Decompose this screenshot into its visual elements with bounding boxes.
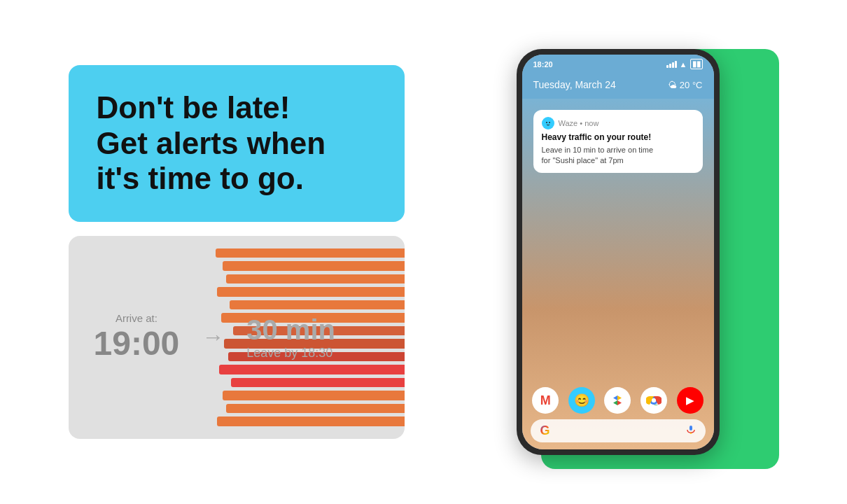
stripe-13: [226, 404, 405, 414]
travel-card: Arrive at: 19:00 → 30 min Leave by 18:30: [69, 236, 405, 439]
battery-icon: ▮▮: [690, 59, 703, 69]
stripe-10: [219, 365, 405, 374]
svg-point-5: [652, 398, 656, 402]
leave-by-text: Leave by 18:30: [246, 346, 335, 360]
stripe-2: [223, 261, 405, 271]
notification-app-name: Waze • now: [559, 119, 599, 127]
right-panel: 18:20 ▲ ▮▮ Tuesday, March 24: [485, 28, 779, 476]
svg-point-0: [544, 119, 552, 127]
stripe-1: [216, 248, 405, 258]
stripe-11: [231, 378, 405, 388]
stripe-4: [217, 287, 405, 297]
waze-icon: [542, 117, 554, 130]
duration-block: 30 min Leave by 18:30: [246, 314, 335, 360]
left-panel: Don't be late! Get alerts when it's time…: [69, 65, 405, 439]
phone-header: Tuesday, March 24 🌤 20 °C: [522, 74, 714, 99]
wifi-icon: ▲: [680, 60, 687, 69]
google-search-bar[interactable]: G: [531, 419, 706, 442]
status-bar: 18:20 ▲ ▮▮: [522, 55, 714, 74]
svg-point-1: [546, 122, 547, 123]
svg-point-2: [549, 122, 550, 123]
signal-bars: [666, 61, 677, 68]
photos-icon[interactable]: [604, 387, 631, 414]
svg-rect-6: [690, 426, 692, 430]
app-icons-row: M 😊: [528, 387, 708, 414]
stripe-5: [230, 300, 405, 310]
youtube-icon[interactable]: ▶: [677, 387, 704, 414]
notification-body: Leave in 10 min to arrive on timefor "Su…: [542, 145, 694, 167]
travel-info: Arrive at: 19:00 → 30 min Leave by 18:30: [69, 312, 360, 363]
arrive-block: Arrive at: 19:00: [94, 312, 180, 363]
stripe-12: [223, 391, 405, 400]
gmail-icon[interactable]: M: [532, 387, 559, 414]
arrive-label: Arrive at:: [115, 312, 158, 324]
notification-title: Heavy traffic on your route!: [542, 132, 694, 144]
signal-bar-3: [672, 62, 674, 68]
signal-bar-1: [666, 65, 668, 68]
main-container: Don't be late! Get alerts when it's time…: [0, 0, 847, 504]
arrow-icon: →: [202, 324, 224, 350]
notification-card[interactable]: Waze • now Heavy traffic on your route! …: [533, 110, 703, 173]
waze-app-icon[interactable]: 😊: [568, 387, 595, 414]
hero-card: Don't be late! Get alerts when it's time…: [69, 65, 405, 222]
arrive-time: 19:00: [94, 324, 180, 363]
headline-line3: it's time to go.: [97, 161, 304, 195]
wallpaper: Waze • now Heavy traffic on your route! …: [522, 99, 714, 449]
headline-line1: Don't be late!: [97, 90, 290, 125]
google-g-logo: G: [540, 424, 550, 438]
signal-bar-4: [675, 61, 677, 68]
stripe-14: [217, 416, 405, 426]
date-display: Tuesday, March 24: [533, 79, 616, 90]
status-icons: ▲ ▮▮: [666, 59, 703, 69]
stripe-3: [226, 274, 405, 284]
phone-screen: 18:20 ▲ ▮▮ Tuesday, March 24: [522, 55, 714, 449]
headline-line2: Get alerts when: [97, 126, 326, 160]
signal-bar-2: [669, 64, 671, 68]
app-dock: M 😊: [522, 380, 714, 449]
mic-icon[interactable]: [686, 425, 696, 437]
notification-header: Waze • now: [542, 117, 694, 130]
headline: Don't be late! Get alerts when it's time…: [97, 90, 377, 197]
phone-frame: 18:20 ▲ ▮▮ Tuesday, March 24: [517, 49, 720, 455]
weather-display: 🌤 20 °C: [668, 80, 702, 90]
status-time: 18:20: [533, 60, 553, 69]
duration-text: 30 min: [246, 314, 335, 346]
chrome-icon[interactable]: [640, 387, 667, 414]
